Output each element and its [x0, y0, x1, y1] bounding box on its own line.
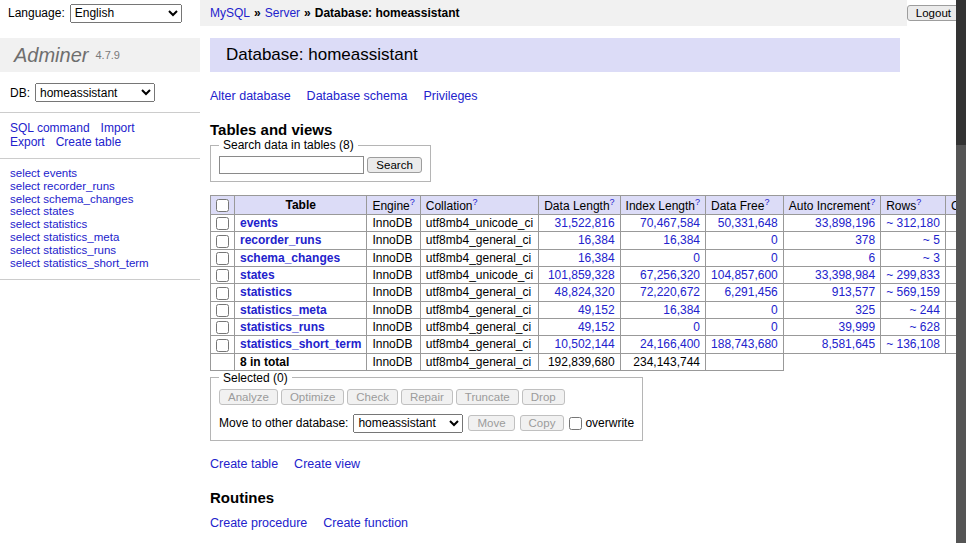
data-length-link[interactable]: 101,859,328 — [548, 268, 615, 282]
row-checkbox-schema-changes[interactable] — [216, 252, 229, 265]
rows-link[interactable]: ~ 299,833 — [886, 268, 940, 282]
row-checkbox-statistics-meta[interactable] — [216, 304, 229, 317]
data-length-link[interactable]: 49,152 — [578, 320, 615, 334]
scrollbar-thumb[interactable] — [956, 0, 966, 145]
row-checkbox-events[interactable] — [216, 217, 229, 230]
breadcrumb-link-mysql[interactable]: MySQL — [210, 6, 250, 20]
table-link-statistics[interactable]: statistics — [240, 285, 292, 299]
index-length-link[interactable]: 16,384 — [663, 303, 700, 317]
analyze-button[interactable]: Analyze — [219, 389, 278, 405]
row-checkbox-recorder-runs[interactable] — [216, 235, 229, 248]
select-all-checkbox[interactable] — [216, 199, 229, 212]
auto-increment-link[interactable]: 325 — [855, 303, 875, 317]
data-free-link[interactable]: 6,291,456 — [724, 285, 777, 299]
search-button[interactable]: Search — [367, 157, 421, 173]
data-length-link[interactable]: 31,522,816 — [555, 216, 615, 230]
doc-link-index-length[interactable]: ? — [695, 197, 700, 207]
doc-link-collation[interactable]: ? — [472, 197, 477, 207]
search-input[interactable] — [219, 156, 364, 174]
breadcrumb-link-server[interactable]: Server — [265, 6, 300, 20]
rows-link[interactable]: ~ 244 — [910, 303, 940, 317]
index-length-link[interactable]: 24,166,400 — [640, 337, 700, 351]
optimize-button[interactable]: Optimize — [281, 389, 344, 405]
move-database-select[interactable]: homeassistant — [353, 414, 463, 433]
sidebar-item-select-statistics[interactable]: select statistics — [10, 218, 190, 231]
link-create-view[interactable]: Create view — [294, 457, 360, 471]
auto-increment-link[interactable]: 8,581,645 — [822, 337, 875, 351]
table-link-states[interactable]: states — [240, 268, 275, 282]
row-checkbox-statistics-short-term[interactable] — [216, 339, 229, 352]
table-link-statistics-runs[interactable]: statistics_runs — [240, 320, 325, 334]
doc-link-rows[interactable]: ? — [916, 197, 921, 207]
doc-link-engine[interactable]: ? — [410, 197, 415, 207]
sidebar-item-select-recorder-runs[interactable]: select recorder_runs — [10, 180, 190, 193]
overwrite-checkbox[interactable] — [569, 417, 582, 430]
index-length-link[interactable]: 70,467,584 — [640, 216, 700, 230]
data-free-link[interactable]: 0 — [771, 251, 778, 265]
auto-increment-link[interactable]: 39,999 — [838, 320, 875, 334]
row-checkbox-states[interactable] — [216, 269, 229, 282]
auto-increment-link[interactable]: 913,577 — [832, 285, 875, 299]
sidebar-item-select-states[interactable]: select states — [10, 205, 190, 218]
sidebar-link-export[interactable]: Export — [10, 135, 45, 149]
link-alter-database[interactable]: Alter database — [210, 89, 291, 103]
data-free-link[interactable]: 50,331,648 — [718, 216, 778, 230]
sidebar-item-select-statistics-short-term[interactable]: select statistics_short_term — [10, 257, 190, 270]
index-length-link[interactable]: 0 — [693, 320, 700, 334]
link-create-function[interactable]: Create function — [323, 516, 408, 530]
row-checkbox-statistics[interactable] — [216, 287, 229, 300]
data-length-link[interactable]: 16,384 — [578, 251, 615, 265]
doc-link-auto-increment[interactable]: ? — [870, 197, 875, 207]
move-button[interactable]: Move — [468, 415, 514, 431]
data-free-link[interactable]: 188,743,680 — [711, 337, 778, 351]
sidebar-link-import[interactable]: Import — [101, 121, 135, 135]
index-length-link[interactable]: 67,256,320 — [640, 268, 700, 282]
data-length-link[interactable]: 10,502,144 — [555, 337, 615, 351]
table-link-recorder-runs[interactable]: recorder_runs — [240, 233, 321, 247]
link-privileges[interactable]: Privileges — [423, 89, 477, 103]
sidebar-item-select-events[interactable]: select events — [10, 167, 190, 180]
sidebar-item-select-statistics-runs[interactable]: select statistics_runs — [10, 244, 190, 257]
auto-increment-link[interactable]: 33,898,196 — [815, 216, 875, 230]
auto-increment-link[interactable]: 6 — [868, 251, 875, 265]
sidebar-link-create-table[interactable]: Create table — [56, 135, 121, 149]
scrollbar[interactable] — [956, 0, 966, 543]
auto-increment-link[interactable]: 33,398,984 — [815, 268, 875, 282]
table-link-statistics-meta[interactable]: statistics_meta — [240, 303, 327, 317]
check-button[interactable]: Check — [347, 389, 398, 405]
data-free-link[interactable]: 0 — [771, 320, 778, 334]
rows-link[interactable]: ~ 569,159 — [886, 285, 940, 299]
adminer-logo[interactable]: Adminer — [14, 44, 88, 67]
index-length-link[interactable]: 72,220,672 — [640, 285, 700, 299]
sidebar-link-sql-command[interactable]: SQL command — [10, 121, 90, 135]
truncate-button[interactable]: Truncate — [456, 389, 519, 405]
sidebar-item-select-schema-changes[interactable]: select schema_changes — [10, 193, 190, 206]
table-link-statistics-short-term[interactable]: statistics_short_term — [240, 337, 361, 351]
rows-link[interactable]: ~ 5 — [923, 233, 940, 247]
link-create-procedure[interactable]: Create procedure — [210, 516, 307, 530]
auto-increment-link[interactable]: 378 — [855, 233, 875, 247]
drop-button[interactable]: Drop — [522, 389, 565, 405]
rows-link[interactable]: ~ 628 — [910, 320, 940, 334]
link-create-table[interactable]: Create table — [210, 457, 278, 471]
logout-button[interactable]: Logout — [907, 5, 960, 21]
data-free-link[interactable]: 0 — [771, 303, 778, 317]
table-link-events[interactable]: events — [240, 216, 278, 230]
doc-link-data-free[interactable]: ? — [764, 197, 769, 207]
db-select[interactable]: homeassistant — [35, 83, 155, 102]
data-length-link[interactable]: 48,824,320 — [555, 285, 615, 299]
language-select[interactable]: English — [70, 4, 182, 23]
rows-link[interactable]: ~ 136,108 — [886, 337, 940, 351]
data-free-link[interactable]: 104,857,600 — [711, 268, 778, 282]
table-link-schema-changes[interactable]: schema_changes — [240, 251, 340, 265]
doc-link-data-length[interactable]: ? — [610, 197, 615, 207]
link-database-schema[interactable]: Database schema — [307, 89, 408, 103]
index-length-link[interactable]: 0 — [693, 251, 700, 265]
index-length-link[interactable]: 16,384 — [663, 233, 700, 247]
sidebar-item-select-statistics-meta[interactable]: select statistics_meta — [10, 231, 190, 244]
row-checkbox-statistics-runs[interactable] — [216, 321, 229, 334]
copy-button[interactable]: Copy — [520, 415, 565, 431]
data-length-link[interactable]: 16,384 — [578, 233, 615, 247]
repair-button[interactable]: Repair — [401, 389, 453, 405]
rows-link[interactable]: ~ 312,180 — [886, 216, 940, 230]
